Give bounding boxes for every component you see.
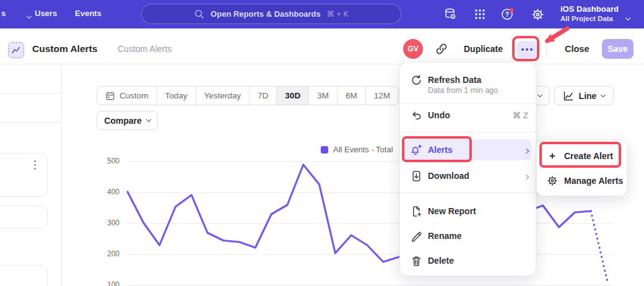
settings-gear-icon[interactable] [529, 6, 546, 22]
compare-button[interactable]: Compare [97, 111, 158, 130]
save-button[interactable]: Save [602, 39, 633, 59]
chevron-down-icon[interactable] [27, 11, 31, 20]
nav-item-truncated[interactable]: s [1, 9, 6, 18]
nav-item-users[interactable]: Users [35, 9, 57, 18]
copy-link-icon[interactable] [435, 42, 448, 56]
chevron-down-icon [601, 92, 606, 97]
submenu-item-manage-alerts[interactable]: Manage Alerts [537, 170, 628, 191]
close-button[interactable]: Close [565, 44, 590, 54]
trash-icon [410, 254, 422, 267]
data-management-icon[interactable] [442, 6, 458, 22]
chart-type-button[interactable]: Line [554, 86, 614, 105]
submenu-chevron-right-icon [524, 145, 528, 155]
submenu-item-create-alert[interactable]: + Create Alert [537, 145, 628, 167]
gear-icon [547, 175, 558, 186]
project-scope: All Project Data [560, 14, 619, 23]
submenu-chevron-right-icon [524, 171, 528, 181]
search-icon [194, 9, 204, 19]
chevron-down-icon [146, 117, 151, 122]
date-range-3m[interactable]: 3M [309, 87, 337, 105]
project-chevron-down-icon[interactable] [626, 11, 630, 22]
search-input[interactable]: Open Reports & Dashboards ⌘ + K [141, 4, 401, 24]
menu-item-download[interactable]: Download [400, 166, 537, 186]
report-toolbar: Custom Alerts Custom Alerts GV Duplicate… [0, 28, 644, 64]
date-range-6m[interactable]: 6M [337, 87, 366, 105]
calendar-icon [105, 91, 115, 101]
sidebar-divider [0, 93, 61, 93]
chevron-down-icon [537, 92, 542, 97]
date-range-today[interactable]: Today [157, 87, 196, 105]
toolbar-divider [546, 40, 547, 58]
sidebar-card[interactable] [0, 153, 48, 197]
search-placeholder: Open Reports & Dashboards [211, 9, 321, 19]
date-range-30d-selected[interactable]: 30D [277, 87, 309, 105]
sidebar-card[interactable] [0, 265, 48, 286]
undo-shortcut: ⌘ Z [513, 110, 529, 120]
alerts-submenu: + Create Alert Manage Alerts [536, 140, 627, 196]
report-type-icon [8, 42, 24, 58]
date-range-control: Custom Today Yesterday 7D 30D 3M 6M 12M [97, 86, 399, 105]
line-chart-icon [563, 90, 574, 102]
menu-item-new-report[interactable]: New Report [400, 201, 537, 221]
menu-item-rename[interactable]: Rename [400, 226, 537, 246]
app-window: s Users Events Open Reports & Dashboards… [0, 0, 644, 286]
kebab-menu-icon[interactable] [32, 158, 38, 171]
date-range-12m[interactable]: 12M [366, 87, 398, 105]
project-switcher[interactable]: iOS Dashboard All Project Data [560, 4, 619, 23]
search-shortcut: ⌘ + K [327, 9, 349, 19]
new-report-icon [410, 205, 422, 217]
pencil-icon [410, 230, 422, 242]
menu-divider [400, 132, 537, 132]
sidebar-divider [0, 122, 61, 123]
menu-item-delete[interactable]: Delete [400, 251, 537, 271]
menu-item-alerts[interactable]: Alerts [400, 140, 537, 160]
date-range-yesterday[interactable]: Yesterday [196, 87, 250, 105]
report-options-menu: Refresh Data Data from 1 min ago Undo ⌘ … [399, 62, 536, 276]
more-options-button[interactable] [517, 41, 537, 58]
svg-text:?: ? [505, 11, 509, 18]
duplicate-button[interactable]: Duplicate [464, 44, 503, 54]
refresh-data-sublabel: Data from 1 min ago [428, 86, 498, 95]
undo-icon [410, 109, 422, 121]
menu-divider [400, 193, 537, 193]
nav-item-events[interactable]: Events [75, 9, 102, 18]
sidebar-card[interactable] [0, 206, 48, 228]
date-range-7d[interactable]: 7D [250, 87, 277, 105]
menu-divider [400, 103, 537, 104]
top-navbar: s Users Events Open Reports & Dashboards… [0, 0, 644, 28]
page-title: Custom Alerts [32, 43, 97, 54]
date-range-custom[interactable]: Custom [97, 87, 157, 105]
breadcrumb: Custom Alerts [118, 44, 172, 54]
bell-plus-icon [410, 144, 422, 156]
help-icon[interactable]: ? [500, 6, 516, 22]
left-sidebar [0, 64, 62, 286]
plus-icon: + [547, 150, 558, 162]
download-icon [410, 170, 422, 182]
apps-grid-icon[interactable] [472, 6, 488, 22]
avatar[interactable]: GV [403, 39, 423, 59]
refresh-icon [410, 74, 422, 86]
menu-item-undo[interactable]: Undo ⌘ Z [400, 105, 537, 125]
project-name: iOS Dashboard [560, 4, 619, 14]
